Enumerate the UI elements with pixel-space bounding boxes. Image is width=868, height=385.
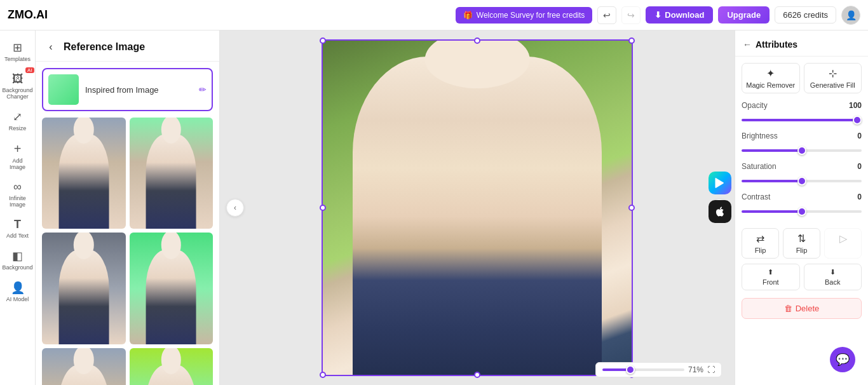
attributes-title: Attributes (756, 39, 797, 50)
attributes-back-icon[interactable]: ← (743, 39, 752, 50)
chat-button[interactable]: 💬 (830, 347, 855, 372)
sidebar-item-add-image[interactable]: + Add Image (3, 138, 33, 174)
panel-title: Reference Image (64, 41, 145, 53)
thumbnail-3[interactable] (42, 233, 126, 344)
flip-row: ⇄ Flip ⇅ Flip ▷ (735, 226, 868, 261)
sidebar-item-add-text[interactable]: T Add Text (3, 214, 33, 243)
zoom-value: 71% (688, 365, 703, 374)
brightness-label: Brightness (742, 132, 778, 140)
logo: ZMO.AI (8, 8, 48, 22)
panel-back-button[interactable]: ‹ (43, 39, 58, 55)
brightness-value: 0 (857, 132, 862, 140)
attributes-header: ← Attributes (735, 30, 868, 57)
undo-icon: ↩ (603, 10, 611, 20)
sidebar-item-background-changer[interactable]: AI 🖼 Background Changer (3, 69, 33, 104)
thumbnail-4[interactable] (130, 233, 214, 344)
flip-horizontal-button[interactable]: ⇄ Flip (742, 228, 779, 259)
opacity-slider[interactable] (742, 119, 862, 121)
contrast-row: Contrast 0 (742, 192, 862, 215)
delete-button[interactable]: 🗑 Delete (742, 298, 862, 319)
inspired-label: Inspired from Image (85, 85, 193, 95)
inspired-card[interactable]: Inspired from Image ✏ (42, 68, 213, 111)
edit-icon: ✏ (199, 84, 207, 95)
ai-tools-row: ✦ Magic Remover ⊹ Generative Fill (735, 57, 868, 97)
sidebar-item-background[interactable]: ◧ Background (3, 245, 33, 274)
reference-image-panel: ‹ Reference Image Inspired from Image ✏ (36, 30, 220, 385)
saturation-slider[interactable] (742, 180, 862, 182)
add-image-icon: + (14, 142, 22, 156)
panel-content: Inspired from Image ✏ (36, 62, 219, 385)
bring-front-button[interactable]: ⬆ Front (742, 264, 800, 290)
saturation-row: Saturation 0 (742, 162, 862, 185)
background-changer-icon: 🖼 (12, 72, 24, 86)
inspired-thumb (48, 74, 79, 105)
avatar[interactable]: 👤 (841, 6, 860, 25)
canvas-area: 🗑 ↓ ↑ ‹ › 71 (220, 30, 735, 385)
download-icon: ⬇ (654, 10, 661, 20)
redo-button[interactable]: ↪ (621, 6, 641, 24)
magic-remover-icon: ✦ (766, 67, 775, 79)
infinite-image-icon: ∞ (13, 180, 22, 194)
survey-button[interactable]: 🎁 Welcome Survey for free credits (456, 7, 593, 24)
play-store-button[interactable] (709, 172, 731, 194)
templates-icon: ⊞ (13, 41, 22, 55)
sidebar-item-ai-model[interactable]: 👤 AI Model (3, 277, 33, 306)
flip-v-icon: ⇅ (797, 233, 806, 245)
attributes-panel: ← Attributes ✦ Magic Remover ⊹ Generativ… (735, 30, 868, 385)
magic-remover-button[interactable]: ✦ Magic Remover (742, 63, 800, 93)
brightness-row: Brightness 0 (742, 132, 862, 154)
generative-fill-button[interactable]: ⊹ Generative Fill (804, 63, 862, 93)
panel-header: ‹ Reference Image (36, 30, 219, 62)
survey-icon: 🎁 (463, 11, 473, 20)
generative-fill-icon: ⊹ (829, 67, 837, 79)
sidebar-item-templates[interactable]: ⊞ Templates (3, 37, 33, 66)
app-store-button[interactable] (709, 200, 731, 223)
opacity-row: Opacity 100 (742, 101, 862, 124)
opacity-section: Opacity 100 Brightness 0 Saturation 0 (735, 97, 868, 226)
opacity-value: 100 (849, 101, 862, 110)
selected-image-container[interactable] (322, 39, 633, 376)
thumbnail-6[interactable] (130, 348, 214, 385)
left-sidebar: ⊞ Templates AI 🖼 Background Changer ⤢ Re… (0, 30, 36, 385)
redo-icon: ↪ (627, 10, 635, 20)
front-icon: ⬆ (768, 268, 773, 276)
undo-button[interactable]: ↩ (597, 6, 616, 24)
more-flip-button: ▷ (824, 228, 862, 259)
order-row: ⬆ Front ⬇ Back (735, 261, 868, 293)
thumbnail-grid (42, 118, 213, 385)
download-button[interactable]: ⬇ Download (646, 6, 713, 24)
back-icon: ⬇ (830, 268, 836, 276)
resize-icon: ⤢ (13, 110, 22, 124)
contrast-slider[interactable] (742, 210, 862, 213)
sidebar-item-resize[interactable]: ⤢ Resize (3, 106, 33, 135)
flip-h-icon: ⇄ (756, 233, 764, 245)
topbar-actions: 🎁 Welcome Survey for free credits ↩ ↪ ⬇ … (456, 6, 860, 25)
thumbnail-1[interactable] (42, 118, 126, 229)
add-text-icon: T (14, 218, 21, 231)
expand-icon[interactable]: ⛶ (707, 365, 715, 374)
sidebar-item-infinite-image[interactable]: ∞ Infinite Image (3, 177, 33, 212)
send-back-button[interactable]: ⬇ Back (804, 264, 862, 290)
upgrade-button[interactable]: Upgrade (718, 6, 770, 24)
chat-icon: 💬 (836, 353, 850, 367)
brightness-slider[interactable] (742, 149, 862, 152)
delete-icon: 🗑 (784, 304, 792, 313)
thumbnail-5[interactable] (42, 348, 126, 385)
thumbnail-2[interactable] (130, 118, 214, 229)
contrast-value: 0 (857, 192, 862, 201)
credits-button[interactable]: 6626 credits (775, 6, 836, 24)
opacity-label: Opacity (742, 101, 768, 110)
nav-prev-button[interactable]: ‹ (226, 199, 244, 217)
saturation-value: 0 (857, 162, 862, 171)
ai-model-icon: 👤 (11, 281, 25, 295)
flip-vertical-button[interactable]: ⇅ Flip (783, 228, 820, 259)
zoom-slider[interactable] (602, 368, 684, 371)
saturation-label: Saturation (742, 162, 776, 171)
background-icon: ◧ (12, 249, 23, 263)
zoom-bar: 71% ⛶ (595, 362, 722, 377)
contrast-label: Contrast (742, 192, 770, 201)
main-canvas-image (322, 39, 633, 376)
